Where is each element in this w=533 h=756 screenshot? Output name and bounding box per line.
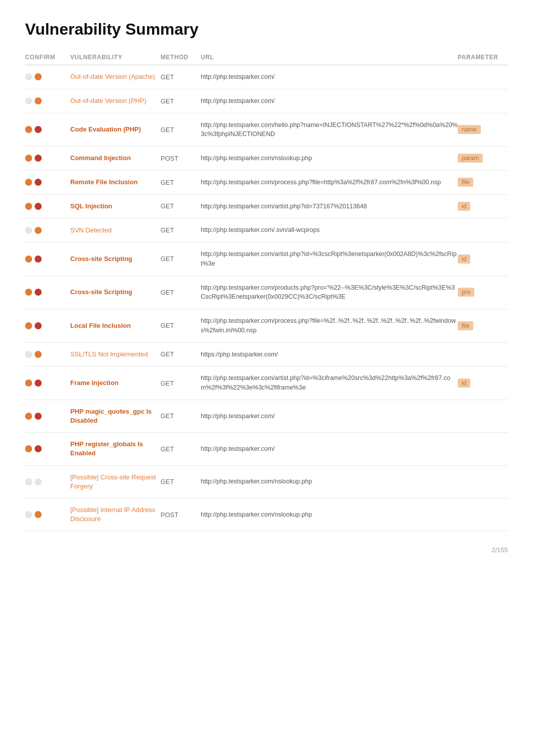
confirm-cell: [25, 445, 70, 452]
url-cell: http://php.testsparker.com/process.php?f…: [201, 178, 458, 187]
url-cell: http://php.testsparker.com/artist.php?id…: [201, 202, 458, 211]
confirm-dot: [35, 351, 42, 358]
method-cell: GET: [161, 380, 201, 387]
table-row: PHP magic_quotes_gpc Is DisabledGEThttp:…: [25, 400, 508, 433]
parameter-cell: pro: [458, 288, 508, 297]
table-row: Cross-site ScriptingGEThttp://php.testsp…: [25, 242, 508, 276]
table-row: SSL/TLS Not ImplementedGEThttps://php.te…: [25, 343, 508, 367]
vulnerability-name: Code Evaluation (PHP): [70, 125, 161, 134]
parameter-cell: file: [458, 321, 508, 330]
confirm-dot: [25, 126, 32, 133]
confirm-dot: [25, 73, 32, 80]
confirm-dot: [25, 380, 32, 387]
method-cell: GET: [161, 179, 201, 186]
confirm-dot: [35, 256, 42, 263]
method-cell: GET: [161, 350, 201, 358]
confirm-cell: [25, 73, 70, 80]
vulnerability-name: Remote File Inclusion: [70, 178, 161, 187]
confirm-dot: [25, 322, 32, 329]
method-cell: POST: [161, 511, 201, 519]
parameter-badge: id: [458, 255, 470, 264]
confirm-cell: [25, 256, 70, 263]
method-cell: GET: [161, 226, 201, 234]
confirm-cell: [25, 289, 70, 296]
confirm-dot: [35, 126, 42, 133]
url-cell: http://php.testsparker.com/nslookup.php: [201, 510, 458, 520]
parameter-cell: file: [458, 178, 508, 187]
header-url: URL: [201, 54, 458, 61]
confirm-dot: [35, 227, 42, 234]
header-method: METHOD: [161, 54, 201, 61]
method-cell: GET: [161, 202, 201, 210]
confirm-dot: [25, 203, 32, 210]
method-cell: GET: [161, 445, 201, 453]
confirm-dot: [35, 155, 42, 162]
url-cell: http://php.testsparker.com/: [201, 72, 458, 82]
url-cell: http://php.testsparker.com/.svn/all-wcpr…: [201, 225, 458, 235]
vulnerability-name: PHP magic_quotes_gpc Is Disabled: [70, 407, 161, 425]
table-body: Out-of-date Version (Apache)GEThttp://ph…: [25, 65, 508, 531]
header-confirm: CONFIRM: [25, 54, 70, 61]
confirm-dot: [25, 227, 32, 234]
table-row: SQL InjectionGEThttp://php.testsparker.c…: [25, 195, 508, 219]
confirm-dot: [25, 97, 32, 104]
method-cell: GET: [161, 322, 201, 329]
confirm-cell: [25, 179, 70, 186]
url-cell: http://php.testsparker.com/nslookup.php: [201, 477, 458, 486]
table-row: Out-of-date Version (Apache)GEThttp://ph…: [25, 65, 508, 89]
header-vulnerability: VULNERABILITY: [70, 54, 161, 61]
vulnerability-name: SSL/TLS Not Implemented: [70, 350, 161, 359]
parameter-cell: param: [458, 154, 508, 163]
confirm-dot: [25, 256, 32, 263]
confirm-dot: [35, 322, 42, 329]
vulnerability-name: [Possible] Internal IP Address Disclosur…: [70, 506, 161, 524]
parameter-badge: file: [458, 178, 473, 187]
table-row: [Possible] Cross-site Request ForgeryGET…: [25, 466, 508, 498]
vulnerability-name: [Possible] Cross-site Request Forgery: [70, 473, 161, 491]
url-cell: http://php.testsparker.com/: [201, 96, 458, 106]
method-cell: GET: [161, 412, 201, 420]
confirm-dot: [35, 73, 42, 80]
vulnerability-name: SQL Injection: [70, 202, 161, 211]
method-cell: GET: [161, 255, 201, 263]
confirm-cell: [25, 227, 70, 234]
confirm-dot: [35, 380, 42, 387]
url-cell: http://php.testsparker.com/artist.php?id…: [201, 373, 458, 393]
method-cell: GET: [161, 289, 201, 296]
confirm-dot: [25, 289, 32, 296]
url-cell: http://php.testsparker.com/: [201, 412, 458, 421]
url-cell: http://php.testsparker.com/products.php?…: [201, 283, 458, 302]
method-cell: GET: [161, 478, 201, 485]
header-parameter: PARAMETER: [458, 54, 508, 61]
table-row: Out-of-date Version (PHP)GEThttp://php.t…: [25, 89, 508, 113]
confirm-cell: [25, 380, 70, 387]
parameter-badge: id: [458, 202, 470, 211]
vulnerability-name: Frame Injection: [70, 379, 161, 388]
url-cell: http://php.testsparker.com/process.php?f…: [201, 316, 458, 335]
confirm-dot: [25, 511, 32, 518]
vulnerability-name: Command Injection: [70, 154, 161, 163]
confirm-dot: [35, 445, 42, 452]
confirm-dot: [25, 179, 32, 186]
url-cell: http://php.testsparker.com/hello.php?nam…: [201, 120, 458, 140]
confirm-cell: [25, 511, 70, 518]
method-cell: GET: [161, 97, 201, 105]
table-row: Remote File InclusionGEThttp://php.tests…: [25, 171, 508, 195]
table-row: Frame InjectionGEThttp://php.testsparker…: [25, 366, 508, 400]
parameter-badge: name: [458, 125, 481, 134]
method-cell: POST: [161, 155, 201, 162]
confirm-cell: [25, 413, 70, 420]
confirm-dot: [25, 445, 32, 452]
parameter-cell: id: [458, 202, 508, 211]
confirm-dot: [35, 97, 42, 104]
method-cell: GET: [161, 126, 201, 134]
method-cell: GET: [161, 73, 201, 81]
parameter-cell: id: [458, 379, 508, 388]
vulnerability-name: Cross-site Scripting: [70, 255, 161, 264]
parameter-badge: param: [458, 154, 483, 163]
confirm-dot: [35, 179, 42, 186]
confirm-dot: [35, 203, 42, 210]
url-cell: https://php.testsparker.com/: [201, 350, 458, 359]
parameter-badge: id: [458, 379, 470, 388]
vulnerability-name: Out-of-date Version (PHP): [70, 96, 161, 105]
